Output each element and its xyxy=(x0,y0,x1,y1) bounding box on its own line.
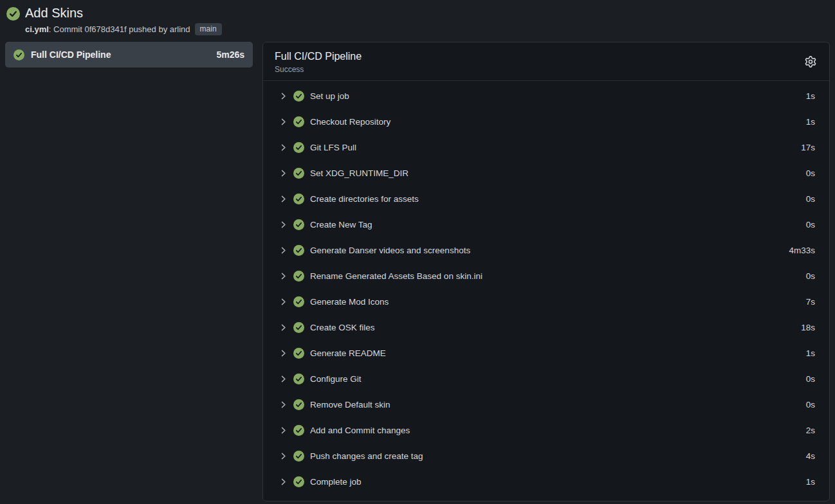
chevron-right-icon xyxy=(279,92,288,100)
chevron-right-icon xyxy=(279,478,288,486)
run-header: Add Skins ci.yml: Commit 0f678d341f push… xyxy=(5,4,830,42)
step-row[interactable]: Set XDG_RUNTIME_DIR 0s xyxy=(263,160,829,186)
step-duration: 4m33s xyxy=(789,246,815,255)
branch-badge[interactable]: main xyxy=(195,23,222,35)
job-success-check-icon xyxy=(14,50,24,60)
job-detail-panel: Full CI/CD Pipeline Success Set up job 1… xyxy=(262,42,830,501)
step-row[interactable]: Generate Mod Icons 7s xyxy=(263,289,829,314)
step-duration: 1s xyxy=(806,117,815,127)
success-check-icon xyxy=(293,142,304,153)
chevron-right-icon xyxy=(279,375,288,383)
step-name: Add and Commit changes xyxy=(310,426,800,435)
step-name: Git LFS Pull xyxy=(310,143,795,152)
job-duration: 5m26s xyxy=(216,50,244,60)
step-duration: 0s xyxy=(806,374,815,384)
step-name: Complete job xyxy=(310,477,800,487)
run-header-text: Add Skins ci.yml: Commit 0f678d341f push… xyxy=(25,5,222,35)
step-row[interactable]: Complete job 1s xyxy=(263,469,829,494)
step-row[interactable]: Create New Tag 0s xyxy=(263,212,829,237)
success-check-icon xyxy=(293,451,304,462)
step-row[interactable]: Git LFS Pull 17s xyxy=(263,134,829,160)
job-status-text: Success xyxy=(275,65,802,74)
success-check-icon xyxy=(293,476,304,487)
chevron-right-icon xyxy=(279,323,288,332)
success-check-icon xyxy=(293,425,304,436)
step-duration: 0s xyxy=(806,168,815,178)
step-name: Configure Git xyxy=(310,374,800,384)
step-row[interactable]: Create directories for assets 0s xyxy=(263,186,829,212)
step-name: Set up job xyxy=(310,91,800,101)
success-check-icon xyxy=(293,116,304,127)
success-check-icon xyxy=(293,271,304,282)
step-row[interactable]: Set up job 1s xyxy=(263,83,829,109)
success-check-icon xyxy=(293,296,304,307)
chevron-right-icon xyxy=(279,118,288,126)
run-title: Add Skins xyxy=(25,5,222,21)
success-check-icon xyxy=(293,168,304,179)
step-name: Create New Tag xyxy=(310,220,800,230)
jobs-sidebar: Full CI/CD Pipeline 5m26s xyxy=(5,42,253,68)
step-name: Set XDG_RUNTIME_DIR xyxy=(310,168,800,178)
step-duration: 17s xyxy=(801,143,815,152)
chevron-right-icon xyxy=(279,401,288,409)
chevron-right-icon xyxy=(279,298,288,306)
step-name: Create OSK files xyxy=(310,323,795,332)
chevron-right-icon xyxy=(279,349,288,357)
success-check-icon xyxy=(293,322,304,333)
success-check-icon xyxy=(293,245,304,256)
steps-list: Set up job 1s Checkout Repository 1s Git… xyxy=(263,81,829,501)
step-duration: 0s xyxy=(806,220,815,230)
chevron-right-icon xyxy=(279,246,288,255)
chevron-right-icon xyxy=(279,169,288,177)
chevron-right-icon xyxy=(279,426,288,435)
workflow-file-name: ci.yml xyxy=(25,24,49,34)
chevron-right-icon xyxy=(279,195,288,203)
run-content: Full CI/CD Pipeline 5m26s Full CI/CD Pip… xyxy=(5,42,830,501)
step-name: Generate README xyxy=(310,348,800,358)
job-name: Full CI/CD Pipeline xyxy=(31,50,210,60)
chevron-right-icon xyxy=(279,452,288,460)
success-check-icon xyxy=(293,348,304,359)
step-duration: 0s xyxy=(806,400,815,410)
step-name: Remove Default skin xyxy=(310,400,800,410)
step-name: Create directories for assets xyxy=(310,194,800,204)
step-name: Checkout Repository xyxy=(310,117,800,127)
success-check-icon xyxy=(293,194,304,204)
gear-icon[interactable] xyxy=(802,53,819,70)
step-row[interactable]: Checkout Repository 1s xyxy=(263,109,829,134)
step-row[interactable]: Configure Git 0s xyxy=(263,366,829,392)
success-check-icon xyxy=(293,399,304,410)
commit-description: : Commit 0f678d341f pushed by arlind xyxy=(49,24,190,34)
job-panel-titles: Full CI/CD Pipeline Success xyxy=(275,51,802,74)
step-row[interactable]: Create OSK files 18s xyxy=(263,314,829,340)
run-subtitle: ci.yml: Commit 0f678d341f pushed by arli… xyxy=(25,23,222,35)
chevron-right-icon xyxy=(279,221,288,229)
step-duration: 7s xyxy=(806,297,815,307)
step-row[interactable]: Generate Danser videos and screenshots 4… xyxy=(263,237,829,263)
actions-run-page: Add Skins ci.yml: Commit 0f678d341f push… xyxy=(0,0,835,501)
step-duration: 0s xyxy=(806,194,815,204)
step-name: Rename Generated Assets Based on skin.in… xyxy=(310,271,800,281)
step-row[interactable]: Push changes and create tag 4s xyxy=(263,443,829,469)
success-check-icon xyxy=(293,219,304,230)
step-row[interactable]: Generate README 1s xyxy=(263,340,829,366)
job-card-full-ci-cd-pipeline[interactable]: Full CI/CD Pipeline 5m26s xyxy=(5,42,253,68)
step-row[interactable]: Add and Commit changes 2s xyxy=(263,417,829,443)
step-duration: 1s xyxy=(806,477,815,487)
step-duration: 2s xyxy=(806,426,815,435)
step-duration: 0s xyxy=(806,271,815,281)
run-success-check-icon xyxy=(6,7,20,21)
job-panel-title: Full CI/CD Pipeline xyxy=(275,51,802,62)
step-name: Generate Danser videos and screenshots xyxy=(310,246,783,255)
step-row[interactable]: Remove Default skin 0s xyxy=(263,392,829,417)
step-duration: 18s xyxy=(801,323,815,332)
success-check-icon xyxy=(293,374,304,384)
step-name: Generate Mod Icons xyxy=(310,297,800,307)
success-check-icon xyxy=(293,91,304,102)
job-panel-header: Full CI/CD Pipeline Success xyxy=(263,42,829,81)
step-duration: 1s xyxy=(806,91,815,101)
chevron-right-icon xyxy=(279,143,288,152)
step-row[interactable]: Rename Generated Assets Based on skin.in… xyxy=(263,263,829,289)
step-duration: 4s xyxy=(806,451,815,461)
step-duration: 1s xyxy=(806,348,815,358)
